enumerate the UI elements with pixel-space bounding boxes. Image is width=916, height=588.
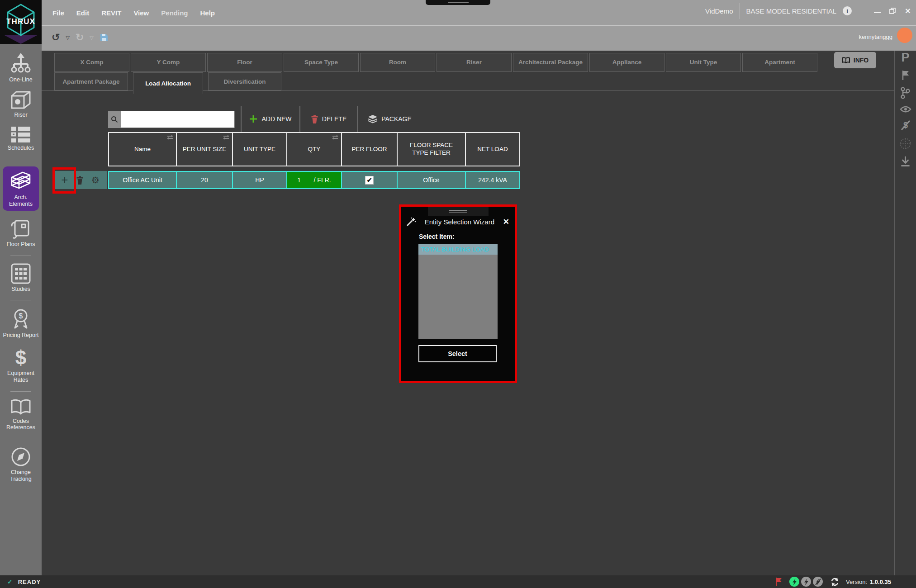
column-label: Name <box>134 146 151 153</box>
cell-unit-type[interactable]: HP <box>232 171 287 189</box>
sidebar-item-change-tracking[interactable]: Change Tracking <box>1 446 41 483</box>
restore-icon <box>889 8 896 14</box>
wizard-list-item-selected[interactable]: TOTAL BUILDING LOAD <box>418 244 498 255</box>
git-branch-icon[interactable] <box>900 87 911 99</box>
tab-space-type[interactable]: Space Type <box>284 53 359 72</box>
tab-x-comp[interactable]: X Comp <box>54 53 129 72</box>
redo-icon[interactable]: ↻ <box>76 33 84 43</box>
wizard-drag-handle[interactable] <box>428 207 489 216</box>
sidebar-item-label: One-Line <box>2 76 39 83</box>
tab-appliance[interactable]: Appliance <box>589 53 664 72</box>
qty-value[interactable]: 1 <box>297 176 301 184</box>
undo-dropdown-caret-icon[interactable]: ▽ <box>66 35 69 41</box>
wizard-select-button[interactable]: Select <box>418 345 497 362</box>
cell-floor-space-type-filter[interactable]: Office <box>397 171 466 189</box>
column-header-floor-space-type-filter[interactable]: FLOOR SPACE TYPE FILTER <box>397 132 466 166</box>
tab-y-comp[interactable]: Y Comp <box>131 53 206 72</box>
no-cost-icon[interactable]: $ <box>900 119 911 131</box>
menu-revit[interactable]: REVIT <box>101 9 121 17</box>
tab-apartment[interactable]: Apartment <box>742 53 817 72</box>
user-name[interactable]: kennytanggg <box>859 33 892 40</box>
flag-icon[interactable] <box>901 70 910 81</box>
sidebar-item-equipment-rates[interactable]: $ Equipment Rates <box>1 346 41 384</box>
menu-edit[interactable]: Edit <box>76 9 89 17</box>
wizard-close-icon[interactable]: ✕ <box>503 217 509 227</box>
sort-icon[interactable] <box>332 135 339 140</box>
project-name[interactable]: BASE MODEL RESIDENTIAL <box>746 7 837 15</box>
row-delete-icon[interactable] <box>76 176 83 185</box>
table-header: Name PER UNIT SIZE UNIT TYPE QTY <box>108 132 520 166</box>
trash-icon <box>311 115 318 123</box>
right-tool-strip: P $ <box>894 51 916 575</box>
tab-floor[interactable]: Floor <box>207 53 282 72</box>
power-neutral-icon[interactable] <box>801 577 811 587</box>
window-drag-handle[interactable] <box>426 0 490 5</box>
tab-diversification[interactable]: Diversification <box>208 72 281 90</box>
menu-help[interactable]: Help <box>200 9 215 17</box>
save-icon[interactable] <box>100 33 109 42</box>
redo-dropdown-caret-icon[interactable]: ▽ <box>90 35 93 41</box>
column-header-qty[interactable]: QTY <box>286 132 342 166</box>
studies-icon <box>11 263 31 284</box>
tab-architectural-package[interactable]: Architectural Package <box>513 53 588 72</box>
menu-view[interactable]: View <box>133 9 149 17</box>
sidebar: One-Line Riser Schedules <box>0 44 42 575</box>
tab-unit-type[interactable]: Unit Type <box>666 53 741 72</box>
delete-button[interactable]: DELETE <box>299 106 357 132</box>
sort-icon[interactable] <box>167 135 174 140</box>
info-button[interactable]: INFO <box>834 52 876 68</box>
column-header-net-load[interactable]: NET LOAD <box>465 132 520 166</box>
close-button[interactable]: ✕ <box>903 6 912 15</box>
undo-icon[interactable]: ↺ <box>52 33 60 43</box>
restore-button[interactable] <box>888 6 897 15</box>
refresh-icon[interactable] <box>830 577 840 587</box>
cell-per-unit-size[interactable]: 20 <box>176 171 233 189</box>
menu-file[interactable]: File <box>52 9 64 17</box>
column-header-per-floor[interactable]: PER FLOOR <box>341 132 398 166</box>
minimize-button[interactable] <box>873 6 882 15</box>
sidebar-item-arch-elements[interactable]: Arch. Elements <box>3 166 39 211</box>
wizard-title-row: Entity Selection Wizard ✕ <box>401 216 515 227</box>
account-name[interactable]: VidDemo <box>705 7 733 15</box>
dotted-grid-icon[interactable] <box>899 138 911 150</box>
sort-icon[interactable] <box>223 135 230 140</box>
sidebar-item-one-line[interactable]: One-Line <box>1 53 41 83</box>
minimize-icon <box>874 12 881 13</box>
sidebar-item-schedules[interactable]: Schedules <box>1 126 41 152</box>
search-input[interactable] <box>121 111 235 128</box>
column-header-per-unit-size[interactable]: PER UNIT SIZE <box>176 132 233 166</box>
column-header-name[interactable]: Name <box>108 132 177 166</box>
sidebar-item-pricing-report[interactable]: $ Pricing Report <box>1 308 41 339</box>
tab-load-allocation[interactable]: Load Allocation <box>133 72 203 94</box>
power-on-icon[interactable] <box>789 577 799 587</box>
sidebar-item-floor-plans[interactable]: Floor Plans <box>1 218 41 248</box>
tab-riser[interactable]: Riser <box>437 53 512 72</box>
package-button[interactable]: PACKAGE <box>357 106 422 132</box>
eye-icon[interactable] <box>900 105 911 113</box>
panel-p-icon[interactable]: P <box>901 52 909 64</box>
power-status-icons <box>789 577 823 587</box>
sidebar-item-studies[interactable]: Studies <box>1 263 41 293</box>
cell-qty[interactable]: 1 / FLR. <box>286 171 342 189</box>
search-icon <box>111 116 118 123</box>
tab-room[interactable]: Room <box>360 53 435 72</box>
add-new-button[interactable]: ADD NEW <box>241 106 299 132</box>
delete-label: DELETE <box>322 115 346 123</box>
status-flag-icon[interactable] <box>775 577 783 586</box>
sidebar-item-label: Codes References <box>2 418 39 432</box>
download-icon[interactable] <box>900 156 911 167</box>
tab-apartment-package[interactable]: Apartment Package <box>54 72 128 90</box>
per-floor-checkbox[interactable]: ✔ <box>365 176 374 185</box>
info-circle-icon[interactable]: i <box>843 6 852 15</box>
power-off-icon[interactable] <box>813 577 823 587</box>
sidebar-item-codes-references[interactable]: Codes References <box>1 399 41 432</box>
sidebar-divider <box>10 300 31 300</box>
cell-name[interactable]: Office AC Unit <box>108 171 177 189</box>
avatar[interactable] <box>897 28 912 43</box>
menu-pending[interactable]: Pending <box>161 9 188 17</box>
sidebar-item-riser[interactable]: Riser <box>1 91 41 119</box>
arch-elements-icon <box>9 171 33 192</box>
row-settings-gear-icon[interactable]: ⚙ <box>91 175 100 185</box>
wizard-listbox[interactable]: TOTAL BUILDING LOAD <box>418 244 498 339</box>
column-header-unit-type[interactable]: UNIT TYPE <box>232 132 287 166</box>
